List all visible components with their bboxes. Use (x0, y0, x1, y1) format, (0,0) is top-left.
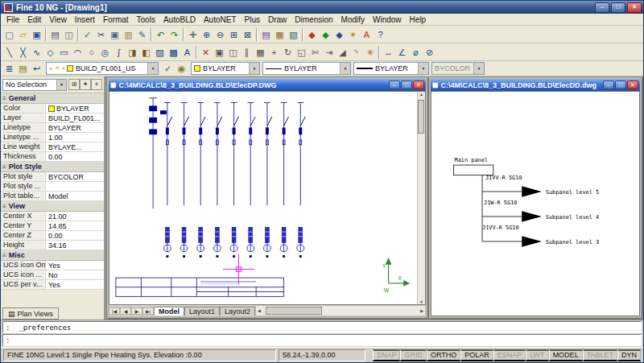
property-value[interactable] (46, 182, 104, 191)
pick-add-toggle-button[interactable]: ⊞ (68, 79, 80, 90)
fine-green-button[interactable]: ◆ (319, 27, 332, 41)
menu-format[interactable]: Format (99, 14, 133, 25)
section-header-plot-style[interactable]: ≡Plot Style (1, 162, 104, 172)
toggle-model[interactable]: MODEL (549, 349, 583, 361)
open-file-button[interactable]: ▱ (16, 27, 30, 41)
new-file-button[interactable]: ▢ (2, 27, 16, 41)
property-value[interactable]: Yes (46, 261, 104, 270)
zoom-in-button[interactable]: ⊕ (200, 27, 213, 41)
copy-button[interactable]: ▣ (108, 27, 122, 41)
plotstyle-dropdown[interactable]: BYCOLOR ▼ (431, 62, 485, 75)
scroll-left-icon[interactable]: ◀ (258, 308, 261, 313)
explode-button[interactable]: ✳ (363, 45, 377, 59)
extend-button[interactable]: ⇥ (322, 45, 336, 59)
toggle-esnap[interactable]: ESNAP (493, 349, 526, 361)
minimize-button[interactable]: – (595, 2, 609, 13)
property-value[interactable]: 14.85 (46, 221, 104, 230)
scroll-up-icon[interactable]: ▲ (419, 92, 423, 97)
tab-nav-button-3[interactable]: ▶| (142, 307, 154, 315)
properties-button[interactable]: ▤ (259, 27, 273, 41)
property-value[interactable]: BYCOLOR (46, 172, 104, 181)
save-file-button[interactable]: ▣ (30, 27, 43, 41)
text-style-button[interactable]: A (360, 27, 374, 41)
polygon-button[interactable]: ◇ (43, 45, 57, 59)
zoom-out-button[interactable]: ⊖ (213, 27, 227, 41)
chevron-down-icon[interactable]: ▼ (473, 63, 484, 74)
copy-object-button[interactable]: ▣ (213, 45, 226, 59)
print-button[interactable]: ▤ (48, 27, 62, 41)
offset-button[interactable]: ∥ (240, 45, 254, 59)
menu-file[interactable]: File (2, 14, 23, 25)
chevron-down-icon[interactable]: ▼ (340, 63, 350, 74)
make-layer-current-button[interactable]: ✓ (161, 62, 175, 76)
mirror-button[interactable]: ◫ (226, 45, 240, 59)
dim-radius-button[interactable]: ⌀ (409, 45, 423, 59)
menu-autobld[interactable]: AutoBLD (159, 14, 200, 25)
fillet-button[interactable]: ◝ (349, 45, 363, 59)
spelling-button[interactable]: ✓ (80, 27, 94, 41)
property-value[interactable]: Yes (46, 280, 104, 289)
trim-button[interactable]: ✄ (308, 45, 322, 59)
property-value[interactable]: 34.16 (46, 241, 104, 250)
toggle-tablet[interactable]: TABLET (583, 349, 617, 361)
elecdp-canvas[interactable]: Y X W (109, 92, 417, 304)
property-value[interactable]: 0.00 (46, 152, 104, 161)
dim-linear-button[interactable]: ↔ (382, 45, 395, 59)
property-value[interactable]: BYLAYE... (46, 142, 104, 151)
fine-red-button[interactable]: ◆ (305, 27, 319, 41)
elecdd-canvas[interactable]: Main panel J1VV-R 5G10 Subpanel level 5 (431, 92, 639, 316)
quick-select-button[interactable]: ✦ (80, 79, 91, 90)
layer-isolate-button[interactable]: ◉ (175, 62, 188, 76)
zoom-extents-button[interactable]: ⊠ (241, 27, 254, 41)
menu-plus[interactable]: Plus (241, 14, 264, 25)
arc-button[interactable]: ◠ (71, 45, 85, 59)
redo-button[interactable]: ↷ (167, 27, 181, 41)
property-value[interactable]: BYLAYER (46, 104, 104, 113)
match-properties-button[interactable]: ✎ (135, 27, 149, 41)
scrollbar-thumb[interactable] (418, 100, 424, 134)
toggle-snap[interactable]: SNAP (373, 349, 401, 361)
move-button[interactable]: + (267, 45, 281, 59)
doc-restore-button[interactable]: □ (401, 80, 412, 89)
section-header-general[interactable]: ≡General (1, 93, 104, 104)
property-value[interactable]: No (46, 270, 104, 279)
property-value[interactable]: 0.00 (46, 231, 104, 240)
elecdd-titlebar[interactable]: ▦ C:\4M\CALC\8_3_BUILDING.BLD\ElecDD.dwg… (431, 79, 640, 91)
toggle-polar[interactable]: POLAR (460, 349, 493, 361)
scroll-right-icon[interactable]: ▶ (420, 308, 423, 313)
maximize-button[interactable]: □ (611, 2, 625, 13)
layer-previous-button[interactable]: ↩ (30, 62, 43, 76)
property-value[interactable]: BYLAYER (46, 123, 104, 132)
tab-model[interactable]: Model (154, 307, 184, 316)
toggle-lwt[interactable]: LWT (526, 349, 548, 361)
ellipse-button[interactable]: ◎ (98, 45, 112, 59)
chamfer-button[interactable]: ◢ (336, 45, 349, 59)
property-value[interactable]: 21.00 (46, 212, 104, 221)
fine-blue-button[interactable]: ◆ (332, 27, 346, 41)
tab-nav-button-0[interactable]: |◀ (109, 307, 120, 315)
menu-modify[interactable]: Modify (337, 14, 369, 25)
linetype-dropdown[interactable]: BYLAYER ▼ (262, 62, 351, 75)
zoom-window-button[interactable]: ⊞ (227, 27, 241, 41)
color-dropdown[interactable]: BYLAYER ▼ (191, 62, 260, 75)
layer-dropdown[interactable]: ● ☀ ▪ BUILD_FL001_US ▼ (46, 62, 159, 75)
toggle-ortho[interactable]: ORTHO (427, 349, 460, 361)
tab-nav-button-2[interactable]: ▶ (131, 307, 142, 315)
property-value[interactable]: 1.00 (46, 133, 104, 142)
line-button[interactable]: ╲ (2, 45, 16, 59)
multiline-text-button[interactable]: A (180, 45, 194, 59)
select-objects-button[interactable]: ⌖ (91, 79, 102, 90)
menu-draw[interactable]: Draw (264, 14, 291, 25)
menu-view[interactable]: View (45, 14, 71, 25)
chevron-down-icon[interactable]: ▼ (249, 63, 259, 74)
menu-help[interactable]: Help (406, 14, 431, 25)
scale-button[interactable]: ◱ (295, 45, 308, 59)
selection-dropdown[interactable]: No Selection ▼ (2, 79, 67, 91)
menu-edit[interactable]: Edit (23, 14, 45, 25)
elecdp-titlebar[interactable]: ▦ C:\4M\CALC\8_3_BUILDING.BLD\ElecDP.DWG… (109, 79, 426, 91)
toggle-dyn[interactable]: DYN (617, 349, 641, 361)
region-button[interactable]: ▩ (167, 45, 180, 59)
erase-button[interactable]: ✕ (199, 45, 213, 59)
doc-restore-button[interactable]: □ (615, 80, 626, 89)
horizontal-scrollbar[interactable]: ◀ ▶ (255, 305, 426, 316)
